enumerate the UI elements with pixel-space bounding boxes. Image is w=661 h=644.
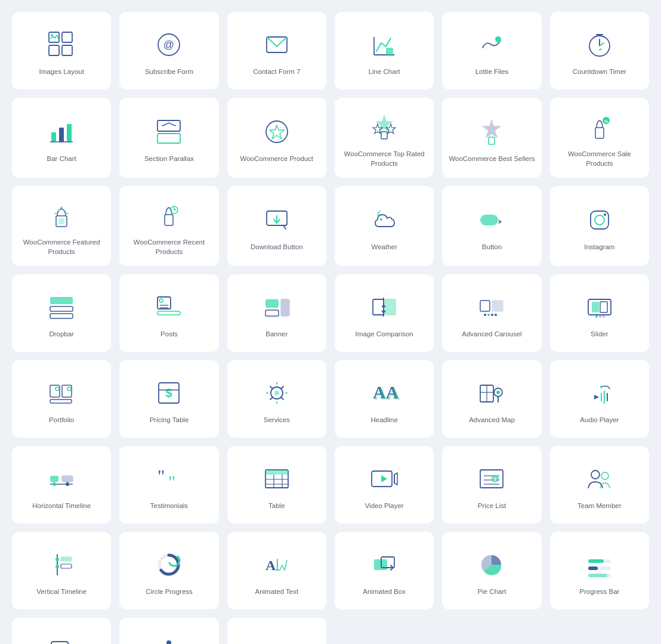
card-dropbar[interactable]: Dropbar [12,274,111,352]
headline-icon: AA AA [368,377,400,409]
svg-rect-35 [58,218,64,224]
card-services[interactable]: Services [227,360,326,438]
circle-progress-icon [153,549,185,581]
card-woocommerce-recent[interactable]: WooCommerce Recent Products [119,186,218,266]
card-countdown-timer[interactable]: Countdown Timer [550,12,649,89]
svg-point-66 [487,314,490,316]
card-subscribe-form[interactable]: @ Subscribe Form [119,12,218,89]
card-button[interactable]: Button [442,186,541,266]
weather-label: Weather [372,242,397,252]
card-instagram[interactable]: Instagram [550,186,649,266]
contact-form-7-label: Contact Form 7 [253,67,300,76]
lottie-files-label: Lottie Files [475,67,509,76]
card-audio-player[interactable]: Audio Player [550,360,649,438]
dropbar-label: Dropbar [49,329,74,339]
pricing-table-icon: $ [153,377,185,409]
button-icon [475,204,508,236]
card-testimonials[interactable]: " " Testimonials [119,446,218,524]
card-download-button[interactable]: Download Button [227,186,326,266]
card-animated-box[interactable]: Animated Box [335,532,434,609]
card-advanced-carousel[interactable]: Advanced Carousel [442,274,541,352]
card-team-member[interactable]: Team Member [550,446,649,524]
testimonials-label: Testimonials [150,501,188,510]
svg-point-67 [491,314,493,316]
card-horizontal-timeline[interactable]: Horizontal Timeline [12,446,111,524]
card-posts[interactable]: Posts [119,274,218,352]
svg-rect-71 [600,302,607,312]
card-video-player[interactable]: Video Player [335,446,434,524]
card-progress-bar[interactable]: Progress Bar [550,532,649,609]
table-icon [261,463,293,495]
banner-icon [261,291,293,323]
pricing-table-label: Pricing Table [150,415,189,425]
team-member-label: Team Member [577,501,622,510]
svg-rect-18 [67,124,72,142]
line-chart-icon [368,29,400,61]
card-vertical-timeline[interactable]: Vertical Timeline [12,532,111,609]
download-button-icon [261,204,293,236]
card-animated-text[interactable]: A Animated Text [227,532,326,609]
svg-rect-43 [480,215,498,225]
svg-point-100 [52,482,56,486]
card-weather[interactable]: Weather [335,186,434,266]
woocommerce-top-rated-label: WooCommerce Top Rated Products [341,149,428,168]
card-woocommerce-featured[interactable]: WooCommerce Featured Products [12,186,111,266]
card-bar-chart[interactable]: Bar Chart [12,98,111,178]
button-label: Button [482,242,502,252]
svg-rect-36 [165,215,173,225]
woocommerce-sale-icon: % [583,111,616,143]
card-advanced-map[interactable]: Advanced Map [442,360,541,438]
card-headline[interactable]: AA AA Headline [335,360,434,438]
audio-player-label: Audio Player [580,415,619,425]
card-slider[interactable]: Slider [550,274,649,352]
dropbar-icon [45,291,78,323]
svg-text:$: $ [166,386,172,400]
card-pricing-table[interactable]: $ Pricing Table [119,360,218,438]
svg-text:@: @ [163,39,174,51]
advanced-map-label: Advanced Map [469,415,515,425]
portfolio-label: Portfolio [49,415,74,425]
card-price-list[interactable]: $ Price List [442,446,541,524]
svg-point-4 [51,34,53,36]
svg-rect-63 [480,301,490,311]
svg-rect-140 [51,642,68,644]
slider-icon [583,291,616,323]
card-scroll-navigation[interactable]: Scroll Navigation [12,618,111,644]
bar-chart-icon [45,116,78,148]
card-woocommerce-product[interactable]: WooCommerce Product [227,98,326,178]
card-logo-showcase[interactable]: Logo Showcase [227,618,326,644]
card-portfolio[interactable]: Portfolio [12,360,111,438]
images-layout-label: Images Layout [39,67,84,76]
svg-point-74 [603,315,605,318]
card-table[interactable]: Table [227,446,326,524]
line-chart-label: Line Chart [369,67,400,76]
svg-rect-137 [588,566,598,570]
card-contact-form-7[interactable]: Contact Form 7 [227,12,326,89]
card-banner[interactable]: Banner [227,274,326,352]
card-circle-progress[interactable]: Circle Progress [119,532,218,609]
horizontal-timeline-label: Horizontal Timeline [32,501,91,510]
card-woocommerce-top-rated[interactable]: WooCommerce Top Rated Products [335,98,434,178]
card-pie-chart[interactable]: Pie Chart [442,532,541,609]
woocommerce-recent-icon [153,199,185,231]
animated-text-icon: A [261,549,293,581]
card-lottie-files[interactable]: Lottie Files [442,12,541,89]
svg-point-34 [61,207,63,209]
svg-rect-55 [265,299,279,308]
svg-rect-56 [265,310,279,316]
instagram-icon [583,204,616,236]
card-section-parallax[interactable]: Section Parallax [119,98,218,178]
card-line-chart[interactable]: Line Chart [335,12,434,89]
images-layout-icon [45,29,78,61]
card-woocommerce-sale[interactable]: % WooCommerce Sale Products [550,98,649,178]
animated-box-label: Animated Box [363,587,406,596]
woocommerce-featured-icon [45,199,78,231]
card-woocommerce-best-sellers[interactable]: WooCommerce Best Sellers [442,98,541,178]
card-inline-svg[interactable]: Inline SVG [119,618,218,644]
svg-rect-3 [62,45,72,55]
card-images-layout[interactable]: Images Layout [12,12,111,89]
table-label: Table [268,501,285,510]
svg-rect-10 [386,48,393,55]
card-image-comparison[interactable]: Image Comparison [335,274,434,352]
advanced-carousel-label: Advanced Carousel [462,329,521,339]
